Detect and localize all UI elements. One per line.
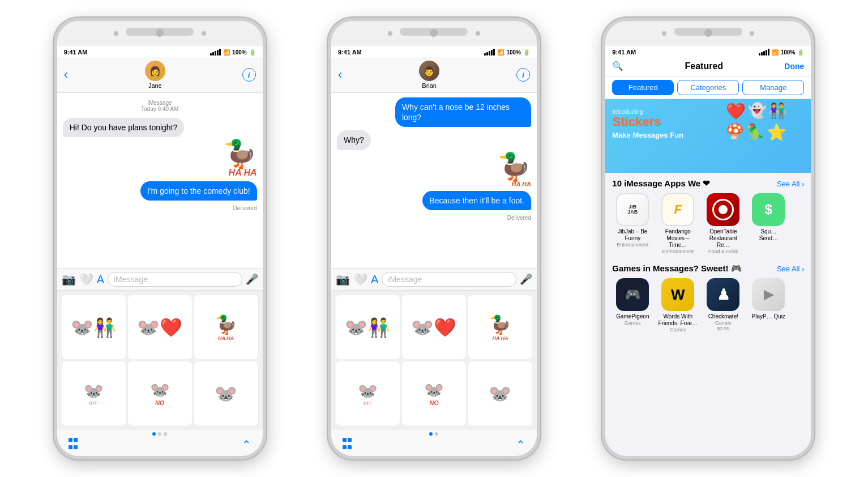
app-icon-square: $: [752, 193, 785, 226]
app-cat-gamepigeon: Games: [625, 320, 641, 326]
camera-icon-2[interactable]: 📷: [336, 272, 350, 286]
signal-icon-1: [210, 49, 221, 56]
status-bar-3: 9:41 AM 📶 100% 🔋: [605, 46, 811, 57]
sticker-2-1[interactable]: 🐭👫: [336, 295, 400, 359]
imessage-input-2[interactable]: iMessage: [382, 272, 516, 287]
sticker-1-3[interactable]: 🦆 HA HA: [194, 295, 258, 359]
app-cat-checkmate: Games: [715, 320, 732, 326]
chevron-up-2[interactable]: ⌃: [516, 438, 525, 452]
camera-icon-1[interactable]: 📷: [62, 272, 76, 286]
app-name-words: Words With Friends: Free…: [657, 313, 698, 327]
battery-icon-3: 🔋: [797, 49, 804, 56]
appstore-content: Introducing Stickers Make Messages Fun ❤…: [605, 99, 811, 456]
heart-icon-2[interactable]: 🤍: [353, 272, 367, 286]
dot-1-3: [164, 432, 167, 436]
tab-featured[interactable]: Featured: [612, 80, 674, 95]
app-name-opentable: OpenTable Restaurant Re…: [703, 228, 743, 249]
sticker-duck-1: 🦆 HA HA: [223, 140, 257, 178]
status-time-2: 9:41 AM: [338, 49, 362, 56]
sticker-2-6[interactable]: 🐭: [468, 361, 532, 425]
status-time-3: 9:41 AM: [612, 49, 636, 56]
messages-header-2: ‹ 👨 Brian i: [331, 57, 537, 93]
battery-1: 100%: [232, 49, 247, 56]
appstore-icon-1[interactable]: A: [97, 273, 104, 286]
sticker-row-1: 🦆 HA HA: [63, 140, 257, 178]
signal-icon-2: [484, 49, 495, 56]
info-button-1[interactable]: i: [242, 68, 256, 82]
bottom-bar-2: ⌃: [331, 430, 537, 456]
avatar-brian[interactable]: 👨: [419, 61, 439, 81]
message-area-2: Why can't a nose be 12 inches long? Why?…: [331, 93, 537, 268]
appstore-icon-2[interactable]: A: [371, 273, 378, 286]
sticker-1-1[interactable]: 🐭👫: [62, 295, 126, 359]
sticker-2-4[interactable]: 🐭 BFF: [336, 361, 400, 425]
back-button-2[interactable]: ‹: [338, 69, 342, 81]
speaker-right: [202, 31, 206, 36]
sticker-1-4[interactable]: 🐭 BFF: [62, 361, 126, 425]
app-name-square: Squ…Send…: [759, 228, 778, 242]
sticker-1-5[interactable]: 🐭 NO: [128, 361, 192, 425]
signal-icon-3: [759, 49, 769, 56]
see-all-1[interactable]: See All ›: [777, 180, 804, 188]
imessage-input-1[interactable]: iMessage: [108, 272, 242, 287]
done-button[interactable]: Done: [784, 62, 804, 71]
app-icon-words: W: [661, 278, 694, 311]
avatar-jane[interactable]: 👩: [145, 61, 165, 81]
tab-categories[interactable]: Categories: [677, 80, 739, 95]
sticker-2-3[interactable]: 🦆 HA HA: [468, 295, 532, 359]
back-button-1[interactable]: ‹: [64, 69, 68, 81]
grid-icon-1[interactable]: [69, 438, 78, 452]
page-dots-1: [152, 432, 167, 436]
search-icon-as[interactable]: 🔍: [612, 61, 623, 71]
phone-1: 9:41 AM 📶 100% 🔋 ‹ 👩 Jane: [54, 18, 266, 459]
bubble-2-in-1: Why?: [337, 130, 371, 150]
banner-subtitle: Make Messages Fun: [612, 131, 804, 139]
message-row-2: I'm going to the comedy club!: [63, 181, 257, 201]
tab-manage[interactable]: Manage: [742, 80, 804, 95]
status-bar-2: 9:41 AM 📶 100% 🔋: [331, 46, 537, 57]
sticker-duck-2: 🦆 HA HA: [497, 154, 531, 188]
info-button-2[interactable]: i: [516, 68, 530, 82]
contact-header-1: 👩 Jane: [145, 61, 165, 89]
app-gamepigeon[interactable]: 🎮 GamePigeon Games: [612, 278, 653, 333]
grid-icon-2[interactable]: [343, 438, 352, 452]
app-name-gamepigeon: GamePigeon: [616, 313, 649, 320]
app-fandango[interactable]: F Fandango Movies – Time… Entertainment: [657, 193, 698, 254]
speaker-left: [114, 31, 118, 36]
mic-icon-2[interactable]: 🎤: [520, 273, 532, 286]
wifi-icon-2: 📶: [497, 49, 504, 56]
bubble-outgoing-1: I'm going to the comedy club!: [140, 181, 257, 201]
bubble-2-out-1: Why can't a nose be 12 inches long?: [395, 97, 531, 127]
speaker-left-3: [662, 31, 666, 36]
app-checkmate[interactable]: ♟ Checkmate! Games $0.99: [703, 278, 743, 333]
page-dots-2: [429, 432, 438, 436]
sticker-1-2[interactable]: 🐭❤️: [128, 295, 192, 359]
chevron-up-1[interactable]: ⌃: [242, 438, 251, 452]
heart-icon-1[interactable]: 🤍: [79, 272, 93, 286]
appstore-tabs: Featured Categories Manage: [605, 76, 811, 99]
app-row-1: JIBJAB JibJab – BeFunny Entertainment F …: [605, 191, 811, 259]
sticker-panel-2: 🐭👫 🐭❤️ 🦆 HA HA 🐭 BFF: [331, 290, 537, 430]
app-name-checkmate: Checkmate!: [708, 313, 738, 320]
see-all-2[interactable]: See All ›: [777, 265, 804, 273]
sticker-2-5[interactable]: 🐭 NO: [402, 361, 466, 425]
app-name-playp: PlayP… Quiz: [752, 313, 785, 320]
app-price-checkmate: $0.99: [717, 326, 730, 331]
app-playp[interactable]: ▶ PlayP… Quiz: [748, 278, 789, 333]
message-area-1: iMessageToday 9:40 AM Hi! Do you have pl…: [57, 93, 263, 268]
battery-2: 100%: [506, 49, 521, 56]
sticker-2-2[interactable]: 🐭❤️: [402, 295, 466, 359]
sticker-1-6[interactable]: 🐭: [194, 361, 258, 425]
appstore-topbar: 🔍 Featured Done: [605, 57, 811, 76]
app-words[interactable]: W Words With Friends: Free… Games: [657, 278, 698, 333]
delivered-label-1: Delivered: [63, 205, 257, 211]
app-icon-opentable: [707, 193, 739, 226]
scene: 9:41 AM 📶 100% 🔋 ‹ 👩 Jane: [0, 0, 868, 477]
app-opentable[interactable]: OpenTable Restaurant Re… Food & Drink: [703, 193, 743, 254]
mic-icon-1[interactable]: 🎤: [246, 273, 258, 286]
app-jibjab[interactable]: JIBJAB JibJab – BeFunny Entertainment: [612, 193, 653, 254]
battery-icon-1: 🔋: [249, 49, 256, 56]
wifi-icon-1: 📶: [223, 49, 230, 56]
bottom-bar-1: ⌃: [57, 430, 263, 456]
app-square[interactable]: $ Squ…Send…: [748, 193, 789, 254]
